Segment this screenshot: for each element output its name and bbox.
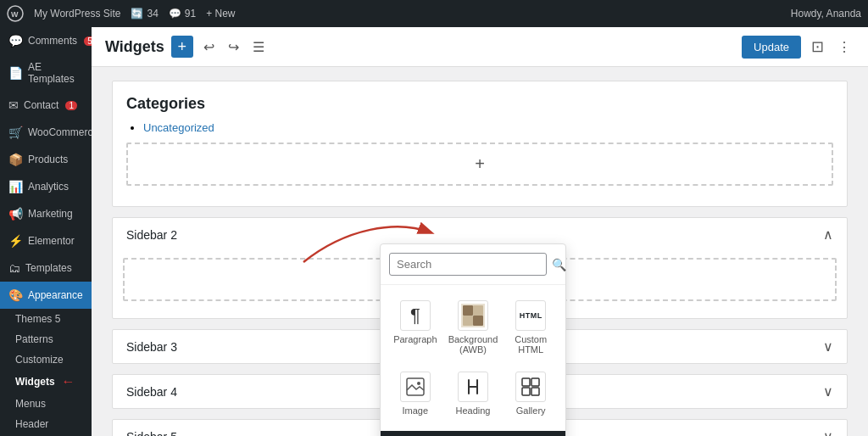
user-greeting[interactable]: Howdy, Ananda [791, 8, 861, 20]
sidebar-sub-themes[interactable]: Themes 5 [0, 309, 92, 329]
heading-icon [464, 377, 482, 396]
site-name: My WordPress Site [34, 8, 120, 20]
svg-rect-4 [473, 305, 483, 316]
updates-icon: 🔄 [131, 8, 143, 20]
menus-label: Menus [15, 398, 46, 410]
sidebar-item-woocommerce[interactable]: 🛒 WooCommerce [0, 119, 92, 146]
view-mode-button[interactable]: ⊡ [808, 34, 827, 59]
paragraph-icon-box: ¶ [400, 300, 431, 331]
comments-item[interactable]: 💬 91 [169, 8, 196, 20]
contact-icon: ✉ [8, 98, 19, 112]
sidebar-3-title: Sidebar 3 [126, 340, 177, 354]
browse-all-button[interactable]: Browse all [381, 431, 565, 436]
comments-icon: 💬 [169, 8, 181, 20]
paragraph-icon: ¶ [410, 305, 420, 327]
update-button[interactable]: Update [742, 36, 801, 59]
undo-button[interactable]: ↩ [200, 36, 218, 59]
categories-title: Categories [126, 95, 833, 113]
custom-html-label: Custom HTML [508, 334, 554, 355]
sidebar-sub-patterns[interactable]: Patterns [0, 329, 92, 349]
sidebar-sub-menus[interactable]: Menus [0, 394, 92, 414]
widget-item-paragraph[interactable]: ¶ Paragraph [389, 293, 442, 361]
comments-count: 91 [185, 8, 196, 20]
scroll-content: Categories Uncategorized + Sidebar 2 ∧ + [92, 67, 868, 436]
sidebar-sub-widgets[interactable]: Widgets ← [0, 370, 92, 394]
category-item: Uncategorized [143, 121, 833, 134]
heading-icon-box [458, 372, 488, 402]
list-view-button[interactable]: ☰ [249, 36, 268, 59]
categories-add-button[interactable]: + [126, 143, 833, 186]
svg-point-8 [417, 382, 420, 385]
svg-rect-6 [473, 316, 483, 326]
sidebar-comments-label: Comments [28, 35, 77, 47]
sidebar-templates-label: Templates [25, 262, 72, 274]
updates-item[interactable]: 🔄 34 [131, 8, 158, 20]
comments-nav-icon: 💬 [8, 34, 23, 48]
image-label: Image [403, 405, 429, 416]
widget-item-custom-html[interactable]: HTML Custom HTML [504, 293, 557, 361]
elementor-icon: ⚡ [8, 234, 23, 248]
widget-search-input[interactable] [389, 253, 547, 276]
updates-count: 34 [147, 8, 158, 20]
svg-rect-9 [522, 378, 530, 386]
widget-item-gallery[interactable]: Gallery [504, 365, 557, 422]
analytics-icon: 📊 [8, 180, 23, 193]
widget-item-image[interactable]: Image [389, 365, 442, 422]
ae-templates-icon: 📄 [8, 66, 23, 80]
sidebar-item-ae-templates[interactable]: 📄 AE Templates [0, 54, 92, 92]
sidebar-products-label: Products [28, 154, 68, 165]
main-layout: 💬 Comments 5 📄 AE Templates ✉ Contact 1 … [0, 27, 868, 436]
sidebar-sub-header[interactable]: Header [0, 414, 92, 434]
image-icon [406, 377, 425, 396]
sidebar-appearance-label: Appearance [28, 289, 83, 301]
svg-rect-12 [531, 388, 539, 395]
sidebar-item-templates[interactable]: 🗂 Templates [0, 254, 92, 282]
wp-logo-item[interactable]: W [7, 5, 24, 22]
widget-popup: 🔍 ¶ Paragraph [380, 243, 566, 436]
appearance-icon: 🎨 [8, 288, 23, 302]
sidebar-item-comments[interactable]: 💬 Comments 5 [0, 27, 92, 54]
sidebar-item-contact[interactable]: ✉ Contact 1 [0, 92, 92, 119]
page-header: Widgets + ↩ ↪ ☰ Update ⊡ ⋮ [92, 27, 868, 67]
category-link[interactable]: Uncategorized [143, 121, 214, 134]
new-item[interactable]: + New [206, 8, 235, 20]
more-options-button[interactable]: ⋮ [834, 36, 854, 59]
sidebar-sub-customize[interactable]: Customize [0, 349, 92, 370]
sidebar-3-toggle-icon: ∨ [823, 338, 833, 355]
add-widget-button[interactable]: + [171, 36, 193, 58]
sidebar-analytics-label: Analytics [28, 181, 69, 193]
popup-widgets-grid: ¶ Paragraph [381, 285, 565, 431]
content-area: Widgets + ↩ ↪ ☰ Update ⊡ ⋮ Categories Un… [92, 27, 868, 436]
categories-list: Uncategorized [126, 121, 833, 134]
sidebar-5-title: Sidebar 5 [126, 430, 177, 437]
sidebar-item-products[interactable]: 📦 Products [0, 146, 92, 173]
sidebar: 💬 Comments 5 📄 AE Templates ✉ Contact 1 … [0, 27, 92, 436]
marketing-icon: 📢 [8, 207, 23, 221]
background-awb-icon-box [458, 300, 488, 331]
background-awb-icon [461, 304, 485, 327]
templates-icon: 🗂 [8, 261, 20, 275]
wp-logo-icon: W [7, 5, 24, 22]
widgets-label: Widgets [15, 376, 55, 388]
sidebar-item-elementor[interactable]: ⚡ Elementor [0, 227, 92, 254]
sidebar-marketing-label: Marketing [28, 208, 73, 220]
site-name-item[interactable]: My WordPress Site [34, 8, 120, 20]
paragraph-label: Paragraph [393, 334, 437, 344]
sidebar-elementor-label: Elementor [28, 235, 75, 247]
sidebar-2-title: Sidebar 2 [126, 228, 177, 242]
sidebar-item-analytics[interactable]: 📊 Analytics [0, 173, 92, 200]
new-label: + New [206, 8, 235, 20]
sidebar-4-title: Sidebar 4 [126, 385, 177, 399]
widget-item-background-awb[interactable]: Background (AWB) [445, 293, 502, 361]
admin-bar: W My WordPress Site 🔄 34 💬 91 + New Howd… [0, 0, 868, 27]
widget-item-heading[interactable]: Heading [445, 365, 502, 422]
sidebar-5-toggle-icon: ∨ [823, 428, 833, 436]
heading-label: Heading [456, 405, 491, 416]
sidebar-item-appearance[interactable]: 🎨 Appearance [0, 282, 92, 309]
redo-button[interactable]: ↪ [225, 36, 242, 59]
greeting-text: Howdy, Ananda [791, 8, 861, 20]
custom-html-icon-box: HTML [515, 300, 546, 331]
gallery-icon [521, 377, 540, 396]
search-icon: 🔍 [552, 258, 566, 271]
sidebar-item-marketing[interactable]: 📢 Marketing [0, 200, 92, 227]
